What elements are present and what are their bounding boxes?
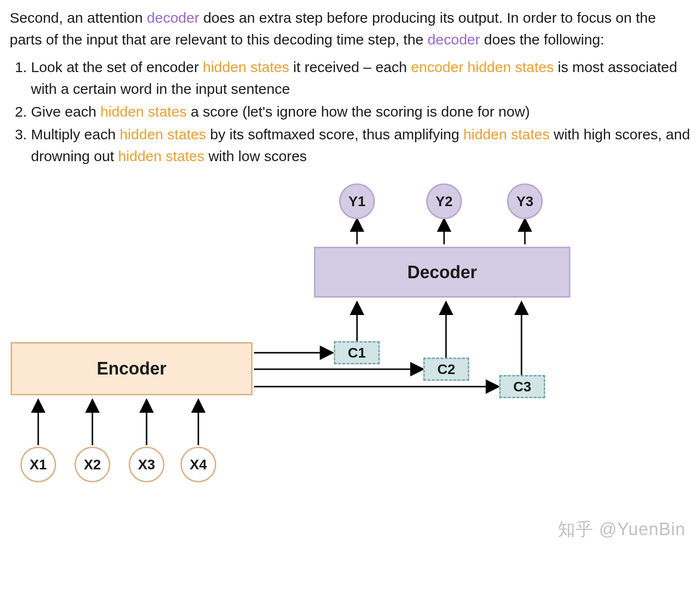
output-y2: Y2 [426,183,462,219]
decoder-box: Decoder [314,247,570,298]
context-c2: C2 [423,358,469,381]
output-y3: Y3 [507,183,543,219]
context-c3: C3 [499,375,545,398]
text: Give each [31,104,100,120]
context-c1: C1 [334,341,380,364]
output-y1: Y1 [339,183,375,219]
hidden-states-term: hidden states [463,126,550,142]
text: Second, an attention [10,10,147,26]
encoder-box: Encoder [11,342,253,395]
hidden-states-term: encoder hidden states [411,59,554,75]
hidden-states-term: hidden states [119,126,206,142]
hidden-states-term: hidden states [100,104,186,120]
text: a score (let's ignore how the scoring is… [187,104,530,120]
text: does the following: [480,31,604,47]
input-x2: X2 [74,447,110,482]
input-x4: X4 [180,447,216,482]
input-x1: X1 [20,447,56,482]
step-1: Look at the set of encoder hidden states… [31,56,690,100]
hidden-states-term: hidden states [118,148,204,164]
text: it received – each [289,59,411,75]
decoder-term: decoder [147,10,199,26]
text: Look at the set of encoder [31,59,203,75]
step-2: Give each hidden states a score (let's i… [31,101,690,122]
hidden-states-term: hidden states [203,59,289,75]
encoder-decoder-diagram: Encoder Decoder C1 C2 C3 Y1 Y2 Y3 X1 X2 … [0,172,700,549]
step-3: Multiply each hidden states by its softm… [31,123,690,167]
steps-list: Look at the set of encoder hidden states… [0,52,700,172]
text: Multiply each [31,126,119,142]
decoder-term: decoder [428,31,480,47]
text: with low scores [205,148,307,164]
text: by its softmaxed score, thus amplifying [206,126,463,142]
watermark: 知乎 @YuenBin [558,518,685,541]
intro-paragraph: Second, an attention decoder does an ext… [0,0,700,52]
input-x3: X3 [129,447,164,482]
